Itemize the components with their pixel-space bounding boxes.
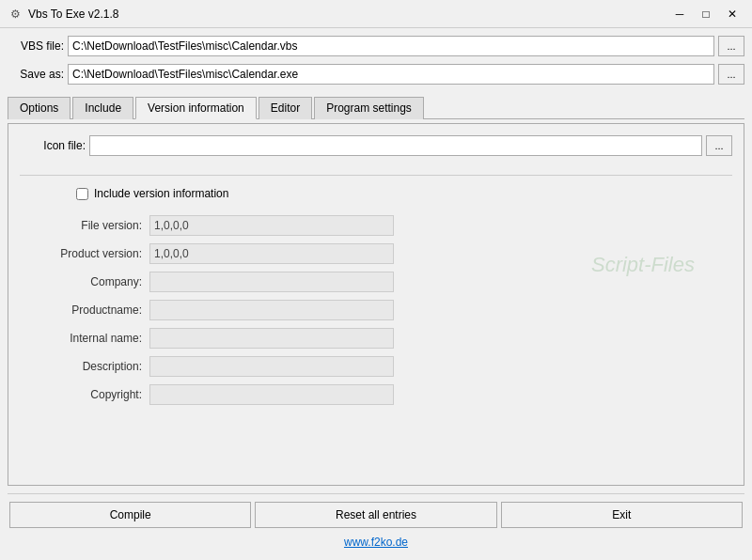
icon-browse-button[interactable]: ...: [706, 135, 732, 156]
save-as-browse-button[interactable]: ...: [718, 64, 744, 85]
file-version-label: File version:: [20, 219, 142, 232]
include-version-checkbox[interactable]: [76, 188, 88, 200]
reset-all-button[interactable]: Reset all entries: [255, 502, 496, 528]
footer: www.f2ko.de: [8, 532, 744, 552]
company-row: Company:: [20, 272, 732, 292]
internal-name-label: Internal name:: [20, 332, 142, 345]
icon-file-row: Icon file: ...: [20, 135, 732, 156]
version-fields: File version: Product version: Company: …: [20, 215, 732, 405]
description-label: Description:: [20, 360, 142, 373]
vbs-file-row: VBS file: ...: [8, 36, 744, 56]
product-version-label: Product version:: [20, 247, 142, 260]
include-version-label[interactable]: Include version information: [94, 187, 228, 200]
title-bar-text: Vbs To Exe v2.1.8: [28, 8, 667, 21]
vbs-file-label: VBS file:: [8, 39, 64, 53]
company-label: Company:: [20, 275, 142, 288]
product-version-row: Product version:: [20, 243, 732, 264]
file-version-row: File version:: [20, 215, 732, 236]
productname-input[interactable]: [149, 300, 394, 320]
description-input[interactable]: [149, 356, 394, 377]
tab-editor[interactable]: Editor: [258, 97, 312, 119]
copyright-row: Copyright:: [20, 384, 732, 405]
description-row: Description:: [20, 356, 732, 377]
productname-row: Productname:: [20, 300, 732, 320]
copyright-label: Copyright:: [20, 388, 142, 401]
vbs-browse-button[interactable]: ...: [718, 36, 744, 56]
exit-button[interactable]: Exit: [501, 502, 743, 528]
tab-options[interactable]: Options: [8, 97, 70, 119]
icon-file-label: Icon file:: [20, 139, 86, 152]
internal-name-input[interactable]: [149, 328, 394, 349]
version-information-panel: Icon file: ... Include version informati…: [8, 123, 744, 486]
vbs-file-input[interactable]: [68, 36, 714, 56]
title-bar-controls: ─ □ ✕: [667, 5, 744, 23]
close-button[interactable]: ✕: [720, 5, 744, 23]
version-fields-area: File version: Product version: Company: …: [20, 215, 732, 405]
bottom-buttons: Compile Reset all entries Exit: [8, 493, 744, 528]
title-bar: ⚙ Vbs To Exe v2.1.8 ─ □ ✕: [0, 0, 752, 28]
icon-file-input[interactable]: [89, 135, 702, 156]
save-as-input[interactable]: [68, 64, 714, 85]
tab-version-information[interactable]: Version information: [135, 97, 257, 119]
save-as-row: Save as: ...: [8, 64, 744, 85]
product-version-input[interactable]: [149, 243, 394, 264]
footer-link[interactable]: www.f2ko.de: [344, 536, 408, 549]
panel-separator: [20, 175, 732, 176]
window-body: VBS file: ... Save as: ... Options Inclu…: [0, 28, 752, 560]
tab-include[interactable]: Include: [72, 97, 133, 119]
file-version-input[interactable]: [149, 215, 394, 236]
app-icon: ⚙: [8, 7, 23, 22]
tab-program-settings[interactable]: Program settings: [314, 97, 424, 119]
minimize-button[interactable]: ─: [667, 5, 692, 23]
copyright-input[interactable]: [149, 384, 394, 405]
include-version-checkbox-row: Include version information: [20, 187, 732, 200]
internal-name-row: Internal name:: [20, 328, 732, 349]
tab-bar: Options Include Version information Edit…: [8, 96, 744, 119]
maximize-button[interactable]: □: [694, 5, 718, 23]
save-as-label: Save as:: [8, 68, 64, 81]
productname-label: Productname:: [20, 303, 142, 317]
company-input[interactable]: [149, 272, 394, 292]
compile-button[interactable]: Compile: [9, 502, 251, 528]
